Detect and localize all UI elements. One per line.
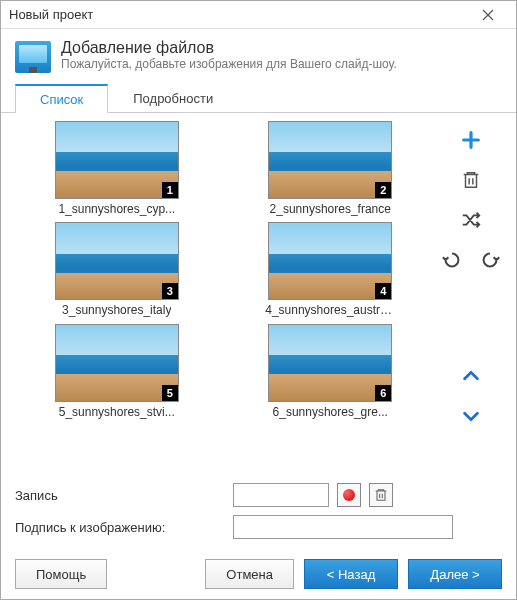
rotate-left-icon bbox=[441, 249, 463, 271]
trash-icon bbox=[460, 169, 482, 191]
header: Добавление файлов Пожалуйста, добавьте и… bbox=[1, 29, 516, 83]
add-button[interactable] bbox=[455, 127, 487, 153]
badge: 1 bbox=[162, 182, 178, 198]
content-area: 11_sunnyshores_cyp... 22_sunnyshores_fra… bbox=[1, 113, 516, 479]
record-button[interactable] bbox=[337, 483, 361, 507]
thumb-label: 6_sunnyshores_gre... bbox=[273, 405, 388, 419]
rotate-right-button[interactable] bbox=[474, 247, 506, 273]
footer: Помощь Отмена < Назад Далее > bbox=[1, 543, 516, 600]
close-icon bbox=[482, 9, 494, 21]
list-item[interactable]: 66_sunnyshores_gre... bbox=[229, 324, 433, 419]
list-item[interactable]: 33_sunnyshores_italy bbox=[15, 222, 219, 317]
titlebar: Новый проект bbox=[1, 1, 516, 29]
badge: 4 bbox=[375, 283, 391, 299]
badge: 6 bbox=[375, 385, 391, 401]
header-subtitle: Пожалуйста, добавьте изображения для Ваш… bbox=[61, 57, 397, 71]
rotate-left-button[interactable] bbox=[436, 247, 468, 273]
badge: 3 bbox=[162, 283, 178, 299]
record-delete-button[interactable] bbox=[369, 483, 393, 507]
tab-details[interactable]: Подробности bbox=[108, 84, 238, 113]
next-button[interactable]: Далее > bbox=[408, 559, 502, 589]
close-button[interactable] bbox=[468, 2, 508, 28]
caption-input[interactable] bbox=[233, 515, 453, 539]
list-item[interactable]: 11_sunnyshores_cyp... bbox=[15, 121, 219, 216]
side-actions bbox=[436, 121, 506, 471]
plus-icon bbox=[460, 129, 482, 151]
caption-row: Подпись к изображению: bbox=[1, 511, 516, 543]
badge: 5 bbox=[162, 385, 178, 401]
window-title: Новый проект bbox=[9, 7, 468, 22]
thumb-label: 1_sunnyshores_cyp... bbox=[58, 202, 175, 216]
back-button[interactable]: < Назад bbox=[304, 559, 398, 589]
record-icon bbox=[343, 489, 355, 501]
tab-list[interactable]: Список bbox=[15, 84, 108, 113]
list-item[interactable]: 55_sunnyshores_stvi... bbox=[15, 324, 219, 419]
record-input[interactable] bbox=[233, 483, 329, 507]
trash-icon bbox=[373, 487, 389, 503]
cancel-button[interactable]: Отмена bbox=[205, 559, 294, 589]
move-up-button[interactable] bbox=[455, 363, 487, 389]
caption-label: Подпись к изображению: bbox=[15, 520, 225, 535]
thumb-label: 4_sunnyshores_australia bbox=[265, 303, 395, 317]
thumb-label: 3_sunnyshores_italy bbox=[62, 303, 171, 317]
delete-button[interactable] bbox=[455, 167, 487, 193]
thumbnail-grid: 11_sunnyshores_cyp... 22_sunnyshores_fra… bbox=[15, 121, 436, 471]
list-item[interactable]: 22_sunnyshores_france bbox=[229, 121, 433, 216]
record-row: Запись bbox=[1, 479, 516, 511]
list-item[interactable]: 44_sunnyshores_australia bbox=[229, 222, 433, 317]
tabs: Список Подробности bbox=[1, 83, 516, 113]
shuffle-icon bbox=[460, 209, 482, 231]
thumb-label: 5_sunnyshores_stvi... bbox=[59, 405, 175, 419]
chevron-down-icon bbox=[460, 405, 482, 427]
monitor-icon bbox=[15, 41, 51, 73]
chevron-up-icon bbox=[460, 365, 482, 387]
rotate-row bbox=[436, 247, 506, 273]
help-button[interactable]: Помощь bbox=[15, 559, 107, 589]
thumb-label: 2_sunnyshores_france bbox=[270, 202, 391, 216]
header-title: Добавление файлов bbox=[61, 39, 397, 57]
badge: 2 bbox=[375, 182, 391, 198]
move-down-button[interactable] bbox=[455, 403, 487, 429]
shuffle-button[interactable] bbox=[455, 207, 487, 233]
record-label: Запись bbox=[15, 488, 225, 503]
rotate-right-icon bbox=[479, 249, 501, 271]
